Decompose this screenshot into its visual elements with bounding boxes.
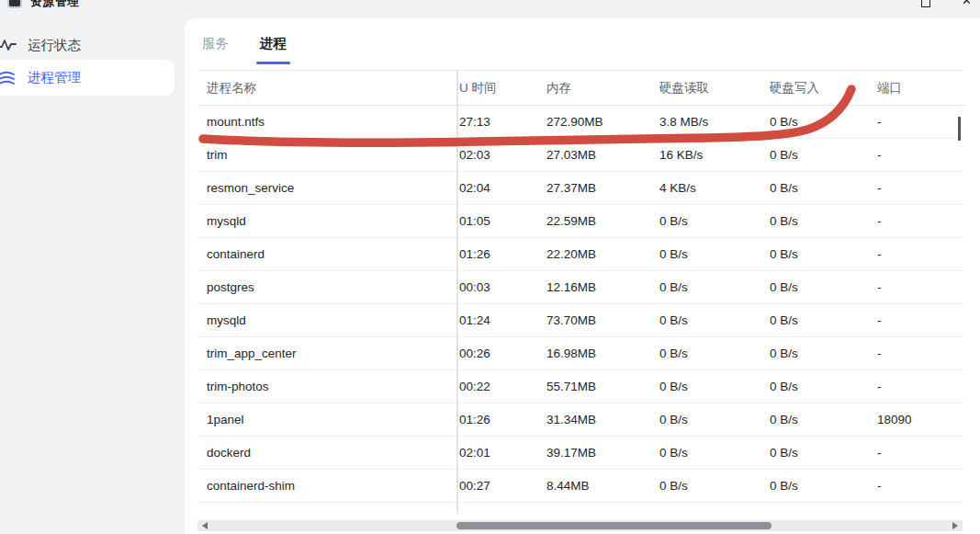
activity-icon (0, 36, 17, 58)
table-cell: 27.03MB (546, 139, 659, 171)
table-cell: 0 B/s (770, 337, 877, 369)
table-cell: 01:26 (459, 403, 546, 436)
table-row[interactable]: 1panel01:2631.34MB0 B/s0 B/s18090 (197, 403, 964, 437)
table-row[interactable]: trim-photos00:2255.71MB0 B/s0 B/s- (197, 370, 964, 403)
table-cell: trim_app_center (207, 337, 459, 369)
sidebar-item-process-management[interactable]: 进程管理 (0, 60, 175, 96)
table-cell: 0 B/s (659, 337, 770, 369)
table-cell: 0 B/s (659, 304, 770, 336)
table-cell: - (877, 106, 964, 138)
table-cell: 0 B/s (770, 205, 877, 237)
table-cell: - (877, 172, 964, 204)
table-row[interactable]: mysqld01:2473.70MB0 B/s0 B/s- (197, 304, 964, 337)
table-row[interactable]: trim_app_center00:2616.98MB0 B/s0 B/s- (197, 337, 964, 370)
table-cell: 0 B/s (770, 238, 877, 270)
table-cell: 0 B/s (659, 403, 770, 436)
column-header: 硬盘读取 (659, 71, 770, 105)
table-cell: 16 KB/s (659, 139, 770, 171)
app-window: 资源管理 ✕ 运行状态 进程管理 服务 进程 进程名称U 时间内存硬盘读取硬盘写… (0, 0, 980, 534)
table-cell: 0 B/s (770, 437, 877, 469)
table-cell: 0 B/s (770, 271, 877, 303)
table-row[interactable]: trim02:0327.03MB16 KB/s0 B/s- (197, 139, 964, 172)
app-icon (7, 0, 22, 8)
table-cell: 22.59MB (546, 205, 659, 237)
table-cell: 73.70MB (546, 304, 659, 336)
table-cell: 272.90MB (546, 106, 659, 138)
table-cell: - (877, 470, 964, 502)
table-cell: 1panel (207, 403, 459, 436)
table-cell: - (877, 370, 964, 403)
table-cell: trim (207, 139, 459, 171)
table-cell: 27.37MB (546, 172, 659, 204)
table-cell: 0 B/s (770, 370, 877, 403)
table-cell: 0 B/s (659, 271, 770, 303)
tab-services[interactable]: 服务 (202, 35, 229, 52)
table-cell: 18090 (877, 403, 964, 436)
table-cell: 02:03 (459, 139, 546, 171)
table-cell: 55.71MB (546, 370, 659, 403)
table-header-row: 进程名称U 时间内存硬盘读取硬盘写入端口 (197, 71, 964, 106)
table-cell: 0 B/s (659, 205, 770, 237)
table-cell: 12.16MB (546, 271, 659, 303)
table-cell: mysqld (207, 205, 459, 237)
table-cell: 16.98MB (546, 337, 659, 369)
table-cell: - (877, 139, 964, 171)
tab-processes[interactable]: 进程 (260, 35, 287, 52)
sidebar-item-label: 进程管理 (28, 60, 81, 96)
table-cell: 0 B/s (770, 139, 877, 171)
table-cell: 0 B/s (659, 370, 770, 403)
table-row[interactable]: mount.ntfs27:13272.90MB3.8 MB/s0 B/s- (197, 106, 964, 139)
text-caret (958, 117, 961, 141)
table-cell: 02:01 (459, 437, 546, 469)
table-row[interactable]: mysqld01:0522.59MB0 B/s0 B/s- (197, 205, 964, 238)
table-cell: postgres (207, 271, 459, 303)
table-cell: - (877, 337, 964, 369)
table-cell: 22.20MB (546, 238, 659, 270)
table-cell: - (877, 437, 964, 469)
table-cell: 0 B/s (659, 238, 770, 270)
process-table: 进程名称U 时间内存硬盘读取硬盘写入端口 mount.ntfs27:13272.… (197, 70, 964, 503)
table-cell: 01:24 (459, 304, 546, 336)
table-row[interactable]: postgres00:0312.16MB0 B/s0 B/s- (197, 271, 964, 304)
table-cell: 39.17MB (546, 437, 659, 469)
table-cell: 3.8 MB/s (659, 106, 770, 138)
table-cell: 0 B/s (659, 470, 770, 502)
table-cell: containerd (207, 238, 459, 270)
table-cell: - (877, 205, 964, 237)
table-cell: trim-photos (207, 370, 459, 403)
sidebar-item-running-status[interactable]: 运行状态 (0, 31, 184, 59)
horizontal-scrollbar[interactable] (197, 520, 963, 531)
table-row[interactable]: dockerd02:0139.17MB0 B/s0 B/s- (197, 437, 964, 470)
table-cell: resmon_service (207, 172, 459, 204)
column-header: U 时间 (459, 71, 546, 105)
table-cell: - (877, 238, 964, 270)
layers-icon (0, 69, 17, 91)
scroll-left-arrow-icon[interactable] (202, 522, 208, 529)
table-cell: 01:05 (459, 205, 546, 237)
column-header: 进程名称 (207, 71, 459, 105)
table-cell: 00:03 (459, 271, 546, 303)
column-header: 硬盘写入 (770, 71, 877, 105)
frozen-column-divider (456, 70, 458, 514)
table-row[interactable]: containerd01:2622.20MB0 B/s0 B/s- (197, 238, 964, 271)
column-header: 内存 (546, 71, 659, 105)
table-row[interactable]: resmon_service02:0427.37MB4 KB/s0 B/s- (197, 172, 964, 205)
maximize-button[interactable] (921, 0, 930, 7)
table-cell: - (877, 271, 964, 303)
table-cell: mount.ntfs (207, 106, 459, 138)
column-header: 端口 (877, 71, 964, 105)
active-tab-indicator (256, 62, 290, 64)
close-button[interactable]: ✕ (962, 0, 972, 7)
table-cell: 0 B/s (770, 470, 877, 502)
scroll-right-arrow-icon[interactable] (952, 522, 958, 529)
table-cell: mysqld (207, 304, 459, 336)
table-body: mount.ntfs27:13272.90MB3.8 MB/s0 B/s-tri… (197, 106, 964, 503)
table-cell: 00:26 (459, 337, 546, 369)
scrollbar-thumb[interactable] (456, 522, 772, 529)
table-cell: 8.44MB (546, 470, 659, 502)
table-cell: dockerd (207, 437, 459, 469)
table-cell: 31.34MB (546, 403, 659, 436)
table-cell: 0 B/s (770, 403, 877, 436)
table-row[interactable]: containerd-shim00:278.44MB0 B/s0 B/s- (197, 470, 964, 503)
table-cell: 00:22 (459, 370, 546, 403)
